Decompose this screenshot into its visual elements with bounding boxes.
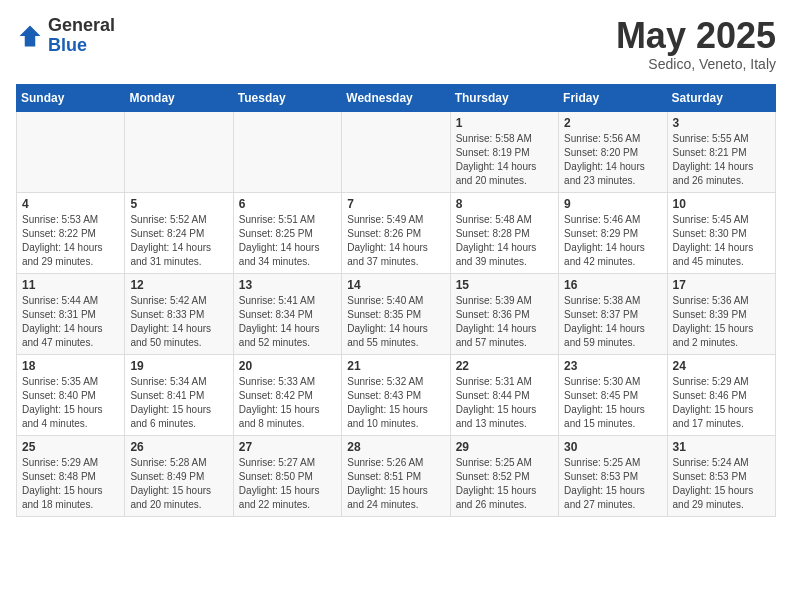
day-number: 10 xyxy=(673,197,770,211)
day-info: Sunrise: 5:41 AMSunset: 8:34 PMDaylight:… xyxy=(239,294,336,350)
calendar-cell xyxy=(233,111,341,192)
day-info: Sunrise: 5:58 AMSunset: 8:19 PMDaylight:… xyxy=(456,132,553,188)
header-monday: Monday xyxy=(125,84,233,111)
calendar-subtitle: Sedico, Veneto, Italy xyxy=(616,56,776,72)
day-info: Sunrise: 5:27 AMSunset: 8:50 PMDaylight:… xyxy=(239,456,336,512)
day-number: 23 xyxy=(564,359,661,373)
day-info: Sunrise: 5:44 AMSunset: 8:31 PMDaylight:… xyxy=(22,294,119,350)
calendar-cell: 29Sunrise: 5:25 AMSunset: 8:52 PMDayligh… xyxy=(450,435,558,516)
page-header: General Blue May 2025 Sedico, Veneto, It… xyxy=(16,16,776,72)
calendar-cell: 15Sunrise: 5:39 AMSunset: 8:36 PMDayligh… xyxy=(450,273,558,354)
day-info: Sunrise: 5:26 AMSunset: 8:51 PMDaylight:… xyxy=(347,456,444,512)
day-number: 22 xyxy=(456,359,553,373)
calendar-cell: 4Sunrise: 5:53 AMSunset: 8:22 PMDaylight… xyxy=(17,192,125,273)
day-info: Sunrise: 5:49 AMSunset: 8:26 PMDaylight:… xyxy=(347,213,444,269)
header-thursday: Thursday xyxy=(450,84,558,111)
title-block: May 2025 Sedico, Veneto, Italy xyxy=(616,16,776,72)
day-info: Sunrise: 5:29 AMSunset: 8:46 PMDaylight:… xyxy=(673,375,770,431)
calendar-cell: 27Sunrise: 5:27 AMSunset: 8:50 PMDayligh… xyxy=(233,435,341,516)
calendar-cell: 24Sunrise: 5:29 AMSunset: 8:46 PMDayligh… xyxy=(667,354,775,435)
day-number: 12 xyxy=(130,278,227,292)
header-sunday: Sunday xyxy=(17,84,125,111)
header-wednesday: Wednesday xyxy=(342,84,450,111)
day-number: 16 xyxy=(564,278,661,292)
day-info: Sunrise: 5:55 AMSunset: 8:21 PMDaylight:… xyxy=(673,132,770,188)
day-info: Sunrise: 5:34 AMSunset: 8:41 PMDaylight:… xyxy=(130,375,227,431)
day-info: Sunrise: 5:25 AMSunset: 8:52 PMDaylight:… xyxy=(456,456,553,512)
day-info: Sunrise: 5:30 AMSunset: 8:45 PMDaylight:… xyxy=(564,375,661,431)
day-info: Sunrise: 5:52 AMSunset: 8:24 PMDaylight:… xyxy=(130,213,227,269)
calendar-cell: 3Sunrise: 5:55 AMSunset: 8:21 PMDaylight… xyxy=(667,111,775,192)
day-number: 4 xyxy=(22,197,119,211)
day-info: Sunrise: 5:56 AMSunset: 8:20 PMDaylight:… xyxy=(564,132,661,188)
calendar-week-1: 1Sunrise: 5:58 AMSunset: 8:19 PMDaylight… xyxy=(17,111,776,192)
calendar-cell: 23Sunrise: 5:30 AMSunset: 8:45 PMDayligh… xyxy=(559,354,667,435)
logo-general-text: General xyxy=(48,16,115,36)
calendar-cell: 26Sunrise: 5:28 AMSunset: 8:49 PMDayligh… xyxy=(125,435,233,516)
day-info: Sunrise: 5:31 AMSunset: 8:44 PMDaylight:… xyxy=(456,375,553,431)
day-number: 28 xyxy=(347,440,444,454)
calendar-cell: 13Sunrise: 5:41 AMSunset: 8:34 PMDayligh… xyxy=(233,273,341,354)
day-number: 7 xyxy=(347,197,444,211)
day-number: 14 xyxy=(347,278,444,292)
day-number: 26 xyxy=(130,440,227,454)
day-number: 9 xyxy=(564,197,661,211)
calendar-cell: 8Sunrise: 5:48 AMSunset: 8:28 PMDaylight… xyxy=(450,192,558,273)
day-info: Sunrise: 5:48 AMSunset: 8:28 PMDaylight:… xyxy=(456,213,553,269)
calendar-cell: 1Sunrise: 5:58 AMSunset: 8:19 PMDaylight… xyxy=(450,111,558,192)
day-info: Sunrise: 5:28 AMSunset: 8:49 PMDaylight:… xyxy=(130,456,227,512)
logo-icon xyxy=(16,22,44,50)
day-info: Sunrise: 5:40 AMSunset: 8:35 PMDaylight:… xyxy=(347,294,444,350)
day-number: 11 xyxy=(22,278,119,292)
day-number: 25 xyxy=(22,440,119,454)
day-info: Sunrise: 5:32 AMSunset: 8:43 PMDaylight:… xyxy=(347,375,444,431)
day-number: 1 xyxy=(456,116,553,130)
calendar-cell: 2Sunrise: 5:56 AMSunset: 8:20 PMDaylight… xyxy=(559,111,667,192)
day-number: 2 xyxy=(564,116,661,130)
calendar-cell: 10Sunrise: 5:45 AMSunset: 8:30 PMDayligh… xyxy=(667,192,775,273)
calendar-cell: 6Sunrise: 5:51 AMSunset: 8:25 PMDaylight… xyxy=(233,192,341,273)
day-info: Sunrise: 5:36 AMSunset: 8:39 PMDaylight:… xyxy=(673,294,770,350)
day-info: Sunrise: 5:35 AMSunset: 8:40 PMDaylight:… xyxy=(22,375,119,431)
calendar-cell: 25Sunrise: 5:29 AMSunset: 8:48 PMDayligh… xyxy=(17,435,125,516)
calendar-week-3: 11Sunrise: 5:44 AMSunset: 8:31 PMDayligh… xyxy=(17,273,776,354)
day-info: Sunrise: 5:38 AMSunset: 8:37 PMDaylight:… xyxy=(564,294,661,350)
calendar-table: SundayMondayTuesdayWednesdayThursdayFrid… xyxy=(16,84,776,517)
calendar-cell: 16Sunrise: 5:38 AMSunset: 8:37 PMDayligh… xyxy=(559,273,667,354)
day-info: Sunrise: 5:51 AMSunset: 8:25 PMDaylight:… xyxy=(239,213,336,269)
day-number: 24 xyxy=(673,359,770,373)
day-number: 30 xyxy=(564,440,661,454)
day-number: 29 xyxy=(456,440,553,454)
calendar-week-2: 4Sunrise: 5:53 AMSunset: 8:22 PMDaylight… xyxy=(17,192,776,273)
day-number: 6 xyxy=(239,197,336,211)
header-tuesday: Tuesday xyxy=(233,84,341,111)
calendar-cell: 17Sunrise: 5:36 AMSunset: 8:39 PMDayligh… xyxy=(667,273,775,354)
calendar-week-5: 25Sunrise: 5:29 AMSunset: 8:48 PMDayligh… xyxy=(17,435,776,516)
day-number: 20 xyxy=(239,359,336,373)
header-friday: Friday xyxy=(559,84,667,111)
calendar-cell: 18Sunrise: 5:35 AMSunset: 8:40 PMDayligh… xyxy=(17,354,125,435)
day-info: Sunrise: 5:42 AMSunset: 8:33 PMDaylight:… xyxy=(130,294,227,350)
day-number: 17 xyxy=(673,278,770,292)
calendar-cell xyxy=(17,111,125,192)
calendar-cell: 14Sunrise: 5:40 AMSunset: 8:35 PMDayligh… xyxy=(342,273,450,354)
day-number: 5 xyxy=(130,197,227,211)
day-info: Sunrise: 5:29 AMSunset: 8:48 PMDaylight:… xyxy=(22,456,119,512)
calendar-cell: 31Sunrise: 5:24 AMSunset: 8:53 PMDayligh… xyxy=(667,435,775,516)
day-number: 21 xyxy=(347,359,444,373)
calendar-cell: 22Sunrise: 5:31 AMSunset: 8:44 PMDayligh… xyxy=(450,354,558,435)
day-info: Sunrise: 5:25 AMSunset: 8:53 PMDaylight:… xyxy=(564,456,661,512)
day-number: 27 xyxy=(239,440,336,454)
logo-blue-text: Blue xyxy=(48,36,115,56)
calendar-cell: 12Sunrise: 5:42 AMSunset: 8:33 PMDayligh… xyxy=(125,273,233,354)
logo: General Blue xyxy=(16,16,115,56)
day-info: Sunrise: 5:53 AMSunset: 8:22 PMDaylight:… xyxy=(22,213,119,269)
svg-marker-0 xyxy=(20,25,41,46)
calendar-header-row: SundayMondayTuesdayWednesdayThursdayFrid… xyxy=(17,84,776,111)
day-number: 15 xyxy=(456,278,553,292)
day-number: 18 xyxy=(22,359,119,373)
calendar-cell xyxy=(125,111,233,192)
calendar-cell: 28Sunrise: 5:26 AMSunset: 8:51 PMDayligh… xyxy=(342,435,450,516)
day-info: Sunrise: 5:45 AMSunset: 8:30 PMDaylight:… xyxy=(673,213,770,269)
calendar-title: May 2025 xyxy=(616,16,776,56)
